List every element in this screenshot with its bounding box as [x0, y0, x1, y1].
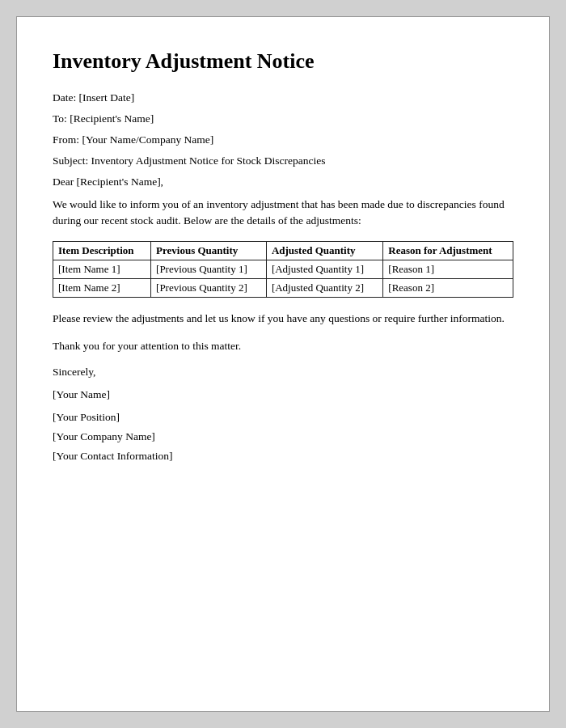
reason-1: [Reason 1]: [383, 260, 513, 278]
adj-qty-1: [Adjusted Quantity 1]: [266, 260, 382, 278]
item-name-1: [Item Name 1]: [53, 260, 151, 278]
to-line: To: [Recipient's Name]: [53, 112, 513, 125]
prev-qty-1: [Previous Quantity 1]: [151, 260, 267, 278]
col-header-previous-qty: Previous Quantity: [151, 241, 267, 260]
item-name-2: [Item Name 2]: [53, 278, 151, 297]
col-header-item-description: Item Description: [53, 241, 151, 260]
body-paragraph-1: We would like to inform you of an invent…: [53, 197, 513, 230]
sign-intro: Sincerely,: [53, 366, 513, 379]
greeting: Dear [Recipient's Name],: [53, 176, 513, 188]
subject-line: Subject: Inventory Adjustment Notice for…: [53, 154, 513, 167]
table-row: [Item Name 1] [Previous Quantity 1] [Adj…: [53, 260, 513, 278]
prev-qty-2: [Previous Quantity 2]: [151, 278, 267, 297]
table-header-row: Item Description Previous Quantity Adjus…: [53, 241, 513, 260]
adjustment-table: Item Description Previous Quantity Adjus…: [53, 241, 513, 298]
sign-name: [Your Name]: [53, 388, 513, 401]
from-line: From: [Your Name/Company Name]: [53, 133, 513, 146]
sign-company: [Your Company Name]: [53, 430, 513, 443]
sign-position: [Your Position]: [53, 411, 513, 424]
body-paragraph-2: Please review the adjustments and let us…: [53, 311, 513, 327]
date-line: Date: [Insert Date]: [53, 91, 513, 104]
col-header-adjusted-qty: Adjusted Quantity: [266, 241, 382, 260]
adj-qty-2: [Adjusted Quantity 2]: [266, 278, 382, 297]
col-header-reason: Reason for Adjustment: [383, 241, 513, 260]
table-row: [Item Name 2] [Previous Quantity 2] [Adj…: [53, 278, 513, 297]
body-paragraph-3: Thank you for your attention to this mat…: [53, 338, 513, 354]
sign-contact: [Your Contact Information]: [53, 450, 513, 463]
document-container: Inventory Adjustment Notice Date: [Inser…: [16, 16, 550, 712]
reason-2: [Reason 2]: [383, 278, 513, 297]
document-title: Inventory Adjustment Notice: [53, 49, 513, 74]
